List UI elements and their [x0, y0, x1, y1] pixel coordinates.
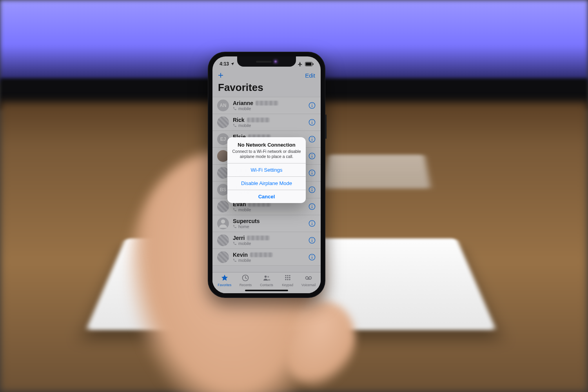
alert-title: No Network Connection: [232, 142, 301, 148]
iphone-device: 4:13 + Edit Favorites ANAriannemobileRic…: [208, 52, 325, 298]
cancel-button[interactable]: Cancel: [227, 190, 306, 203]
phone-screen: 4:13 + Edit Favorites ANAriannemobileRic…: [212, 56, 321, 293]
disable-airplane-mode-button[interactable]: Disable Airplane Mode: [227, 176, 306, 190]
alert-message: Connect to a Wi-Fi network or disable ai…: [232, 149, 301, 159]
wifi-settings-button[interactable]: Wi-Fi Settings: [227, 163, 306, 176]
no-network-alert: No Network Connection Connect to a Wi-Fi…: [227, 137, 306, 203]
